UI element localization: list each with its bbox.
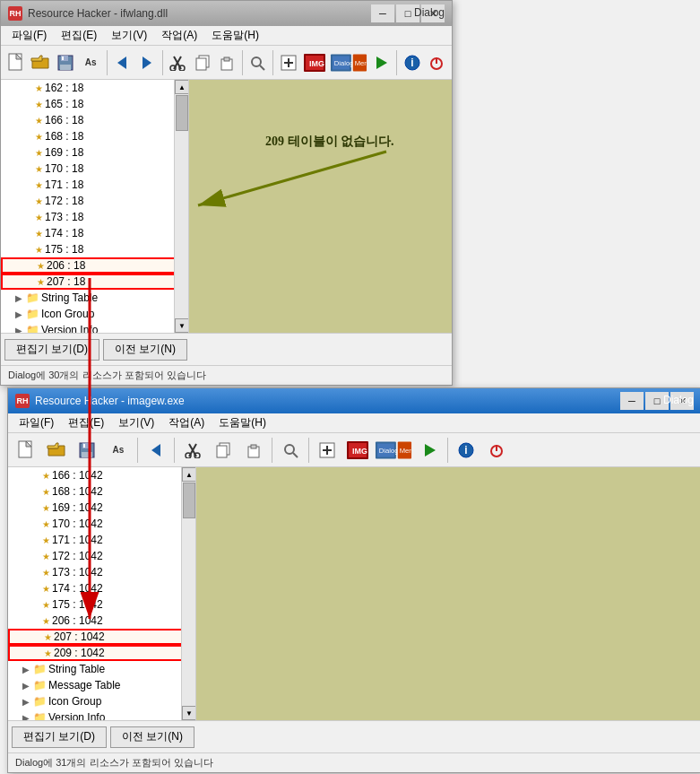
tree-item-icon-group-2[interactable]: ▶📁Icon Group [8, 693, 195, 709]
menu-bar-2[interactable]: 파일(F) 편집(E) 보기(V) 작업(A) 도움말(H) [8, 413, 700, 433]
scroll-up-1[interactable]: ▲ [175, 80, 189, 94]
tree-item-173-w2[interactable]: ★173 : 1042 [8, 564, 195, 580]
scroll-down-1[interactable]: ▼ [175, 318, 189, 333]
tb-paste-1[interactable] [215, 48, 238, 77]
tb-new-2[interactable] [12, 436, 40, 465]
tree-item-message-table-2[interactable]: ▶📁Message Table [8, 677, 195, 693]
star-icon: ★ [35, 83, 43, 93]
scroll-down-2[interactable]: ▼ [182, 706, 196, 720]
tb-info-1[interactable]: i [401, 48, 424, 77]
tb-paste-2[interactable] [239, 436, 268, 465]
tree-item-207-w1[interactable]: ★207 : 18 [1, 274, 188, 290]
tree-item-206-w2[interactable]: ★206 : 1042 [8, 613, 195, 629]
tb-play-2[interactable] [415, 436, 444, 465]
menu-help-2[interactable]: 도움말(H) [212, 413, 273, 432]
tree-item-171[interactable]: ★171 : 18 [1, 177, 188, 193]
tree-item-172-w2[interactable]: ★172 : 1042 [8, 548, 195, 564]
menu-view-2[interactable]: 보기(V) [111, 413, 161, 432]
menu-bar-1[interactable]: 파일(F) 편집(E) 보기(V) 작업(A) 도움말(H) [1, 26, 452, 46]
tb-back-1[interactable] [110, 48, 134, 77]
svg-rect-4 [62, 57, 64, 60]
tree-item-174-w2[interactable]: ★174 : 1042 [8, 580, 195, 596]
scrollbar-tree-1[interactable]: ▲ ▼ [174, 80, 188, 333]
minimize-btn-1[interactable]: ─ [371, 4, 394, 22]
tree-item-170[interactable]: ★170 : 18 [1, 161, 188, 177]
menu-edit-2[interactable]: 편집(E) [61, 413, 111, 432]
tree-item-173[interactable]: ★173 : 18 [1, 209, 188, 225]
scroll-thumb-2[interactable] [183, 483, 195, 518]
tb-add-1[interactable] [277, 48, 300, 77]
tree-panel-2[interactable]: ★166 : 1042 ★168 : 1042 ★169 : 1042 ★170… [8, 467, 196, 720]
tb-info-2[interactable]: i [452, 436, 480, 465]
tree-item-175-w2[interactable]: ★175 : 1042 [8, 596, 195, 613]
tb-cut-2[interactable] [178, 436, 207, 465]
tree-item-209-w2[interactable]: ★209 : 1042 [8, 645, 195, 661]
tb-new-1[interactable] [4, 48, 28, 77]
tree-item-string-table-1[interactable]: ▶📁String Table [1, 290, 188, 306]
title-bar-1[interactable]: RH Resource Hacker - ifwlang.dll Dialog … [1, 1, 452, 26]
tb-forward-1[interactable] [135, 48, 159, 77]
tree-item-168-w2[interactable]: ★168 : 1042 [8, 483, 195, 500]
title-bar-2[interactable]: RH Resource Hacker - imagew.exe Dialog ─… [8, 388, 700, 413]
tb-saveas-2[interactable]: As [103, 436, 134, 465]
tb-play-1[interactable] [370, 48, 393, 77]
tb-dialog-1[interactable]: DialogMer+ [329, 48, 368, 77]
tb-copy-1[interactable] [191, 48, 214, 77]
menu-action-1[interactable]: 작업(A) [154, 26, 204, 45]
tree-item-171-w2[interactable]: ★171 : 1042 [8, 532, 195, 548]
tree-item-172[interactable]: ★172 : 18 [1, 193, 188, 209]
minimize-btn-2[interactable]: ─ [620, 392, 644, 410]
tree-item-207-w2[interactable]: ★207 : 1042 [8, 629, 195, 645]
scroll-up-2[interactable]: ▲ [182, 467, 196, 482]
tree-item-string-table-2[interactable]: ▶📁String Table [8, 661, 195, 677]
tb-search-1[interactable] [246, 48, 270, 77]
scrollbar-tree-2[interactable]: ▲ ▼ [181, 467, 195, 720]
tb-add-2[interactable] [313, 436, 341, 465]
tree-item-icon-group-1[interactable]: ▶📁Icon Group [1, 306, 188, 322]
tb-image-1[interactable]: IMG [302, 48, 327, 77]
tree-item-166-w2[interactable]: ★166 : 1042 [8, 467, 195, 483]
tree-item-162[interactable]: ★162 : 18 [1, 80, 188, 96]
scroll-track-2[interactable] [182, 482, 195, 706]
window-ifwlang[interactable]: RH Resource Hacker - ifwlang.dll Dialog … [0, 0, 453, 386]
tree-item-174[interactable]: ★174 : 18 [1, 225, 188, 241]
tb-power-1[interactable] [425, 48, 448, 77]
scroll-track-1[interactable] [175, 94, 188, 318]
scroll-thumb-1[interactable] [176, 95, 188, 131]
tree-item-version-info-2[interactable]: ▶📁Version Info [8, 709, 195, 720]
tb-back-2[interactable] [142, 436, 170, 465]
prev-view-btn-1[interactable]: 이전 보기(N) [103, 339, 187, 361]
tb-save-1[interactable] [54, 48, 77, 77]
tree-item-170-w2[interactable]: ★170 : 1042 [8, 516, 195, 532]
prev-view-btn-2[interactable]: 이전 보기(N) [110, 726, 194, 748]
tree-item-166[interactable]: ★166 : 18 [1, 112, 188, 128]
edit-view-btn-2[interactable]: 편집기 보기(D) [12, 726, 107, 748]
tree-panel-1[interactable]: ★162 : 18 ★165 : 18 ★166 : 18 ★168 : 18 … [1, 80, 189, 333]
tb-image-2[interactable]: IMG [343, 436, 372, 465]
tb-save-2[interactable] [73, 436, 101, 465]
tree-item-175[interactable]: ★175 : 18 [1, 241, 188, 257]
tree-item-169-w2[interactable]: ★169 : 1042 [8, 500, 195, 516]
menu-file-2[interactable]: 파일(F) [12, 413, 61, 432]
menu-edit-1[interactable]: 편집(E) [54, 26, 104, 45]
edit-view-btn-1[interactable]: 편집기 보기(D) [4, 339, 99, 361]
tree-item-version-info-1[interactable]: ▶📁Version Info [1, 322, 188, 333]
menu-file-1[interactable]: 파일(F) [4, 26, 54, 45]
star-icon: ★ [35, 132, 43, 142]
tree-item-165[interactable]: ★165 : 18 [1, 96, 188, 112]
tree-item-168[interactable]: ★168 : 18 [1, 128, 188, 144]
menu-view-1[interactable]: 보기(V) [104, 26, 154, 45]
window-imagew[interactable]: RH Resource Hacker - imagew.exe Dialog ─… [7, 387, 700, 773]
tb-cut-1[interactable] [166, 48, 189, 77]
menu-action-2[interactable]: 작업(A) [161, 413, 212, 432]
tb-power-2[interactable] [482, 436, 511, 465]
tree-item-206-w1[interactable]: ★206 : 18 [1, 257, 188, 274]
tb-open-2[interactable] [42, 436, 71, 465]
menu-help-1[interactable]: 도움말(H) [204, 26, 266, 45]
tb-copy-2[interactable] [209, 436, 238, 465]
tb-open-1[interactable] [30, 48, 53, 77]
tree-item-169[interactable]: ★169 : 18 [1, 144, 188, 161]
tb-search-2[interactable] [276, 436, 305, 465]
tb-dialog-2[interactable]: DialogMer+ [374, 436, 413, 465]
tb-saveas-1[interactable]: As [79, 48, 103, 77]
